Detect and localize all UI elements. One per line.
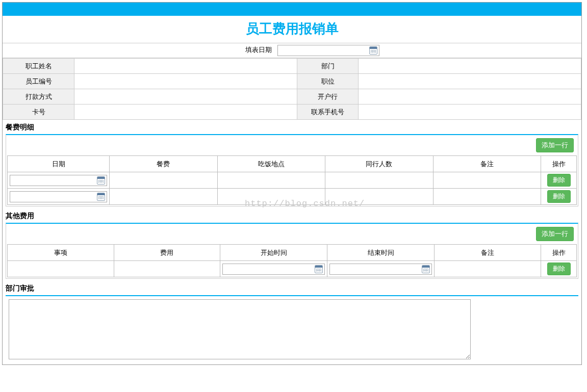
meal-date-field[interactable] (10, 191, 107, 202)
meal-date-field[interactable] (10, 175, 107, 186)
col-op: 操作 (541, 245, 577, 261)
start-time-input[interactable] (223, 264, 315, 274)
col-place: 吃饭地点 (217, 156, 325, 172)
approve-section-title: 部门审批 (3, 281, 581, 295)
table-row: 删除 (8, 172, 577, 189)
label-paymethod: 打款方式 (3, 89, 74, 104)
table-row: 卡号 联系手机号 (3, 104, 581, 120)
form-title: 员工费用报销单 (246, 20, 339, 38)
value-empno[interactable] (74, 74, 297, 89)
calendar-icon[interactable] (315, 265, 323, 273)
approve-panel (6, 295, 578, 362)
col-fee: 餐费 (110, 156, 218, 172)
start-time-field[interactable] (222, 264, 325, 275)
table-row: 删除 (8, 261, 577, 277)
add-row-button[interactable]: 添加一行 (536, 227, 574, 241)
table-row: 删除 (8, 189, 577, 205)
label-name: 职工姓名 (3, 59, 74, 74)
value-phone[interactable] (359, 104, 581, 120)
col-remark: 备注 (435, 245, 541, 261)
meal-fee-cell[interactable] (110, 172, 218, 189)
label-phone: 联系手机号 (297, 104, 359, 120)
value-bank[interactable] (359, 89, 581, 104)
calendar-icon[interactable] (369, 46, 377, 55)
title-row: 员工费用报销单 (3, 16, 581, 43)
col-item: 事项 (8, 245, 114, 261)
label-bank: 开户行 (297, 89, 359, 104)
meal-place-cell[interactable] (217, 189, 325, 205)
other-remark-cell[interactable] (435, 261, 541, 277)
fill-date-label: 填表日期 (245, 46, 272, 54)
delete-button[interactable]: 删除 (547, 174, 571, 187)
approve-textarea[interactable] (9, 299, 471, 359)
end-time-field[interactable] (329, 264, 432, 275)
delete-button[interactable]: 删除 (547, 263, 571, 275)
col-fee: 费用 (114, 245, 220, 261)
value-cardno[interactable] (74, 104, 297, 120)
table-row: 员工编号 职位 (3, 74, 581, 89)
other-fee-cell[interactable] (114, 261, 220, 277)
table-row: 打款方式 开户行 (3, 89, 581, 104)
calendar-icon[interactable] (422, 265, 430, 273)
value-name[interactable] (74, 59, 297, 74)
calendar-icon[interactable] (97, 176, 105, 185)
meal-place-cell[interactable] (217, 172, 325, 189)
meal-section-title: 餐费明细 (3, 120, 581, 134)
col-end: 结束时间 (327, 245, 435, 261)
meal-remark-cell[interactable] (433, 189, 541, 205)
other-table: 事项 费用 开始时间 结束时间 备注 操作 (7, 244, 577, 277)
other-item-cell[interactable] (8, 261, 114, 277)
meal-people-cell[interactable] (325, 172, 433, 189)
meal-people-cell[interactable] (325, 189, 433, 205)
employee-info-table: 职工姓名 部门 员工编号 职位 打款方式 开户行 卡号 联系手机号 (3, 58, 581, 120)
table-row: 职工姓名 部门 (3, 59, 581, 74)
label-cardno: 卡号 (3, 104, 74, 120)
form-container: 员工费用报销单 填表日期 职工姓名 部门 员工编号 职位 打款方式 开户行 (2, 2, 582, 365)
label-position: 职位 (297, 74, 359, 89)
value-dept[interactable] (359, 59, 581, 74)
meal-fee-cell[interactable] (110, 189, 218, 205)
top-bar (3, 3, 581, 16)
value-position[interactable] (359, 74, 581, 89)
fill-date-row: 填表日期 (3, 43, 581, 58)
label-dept: 部门 (297, 59, 359, 74)
add-row-button[interactable]: 添加一行 (536, 138, 574, 152)
label-empno: 员工编号 (3, 74, 74, 89)
meal-date-input[interactable] (10, 175, 97, 186)
delete-button[interactable]: 删除 (547, 190, 571, 203)
meal-date-input[interactable] (10, 192, 97, 202)
col-remark: 备注 (433, 156, 541, 172)
col-start: 开始时间 (220, 245, 327, 261)
other-section-title: 其他费用 (3, 208, 581, 223)
meal-remark-cell[interactable] (433, 172, 541, 189)
meal-table: 日期 餐费 吃饭地点 同行人数 备注 操作 删除 (7, 155, 577, 205)
col-op: 操作 (541, 156, 577, 172)
value-paymethod[interactable] (74, 89, 297, 104)
other-panel: 添加一行 事项 费用 开始时间 结束时间 备注 操作 (6, 223, 578, 279)
end-time-input[interactable] (330, 264, 422, 274)
fill-date-field[interactable] (277, 45, 379, 56)
col-people: 同行人数 (325, 156, 433, 172)
fill-date-input[interactable] (278, 45, 369, 56)
meal-panel: 添加一行 日期 餐费 吃饭地点 同行人数 备注 操作 (6, 134, 578, 206)
calendar-icon[interactable] (97, 193, 105, 201)
col-date: 日期 (8, 156, 110, 172)
